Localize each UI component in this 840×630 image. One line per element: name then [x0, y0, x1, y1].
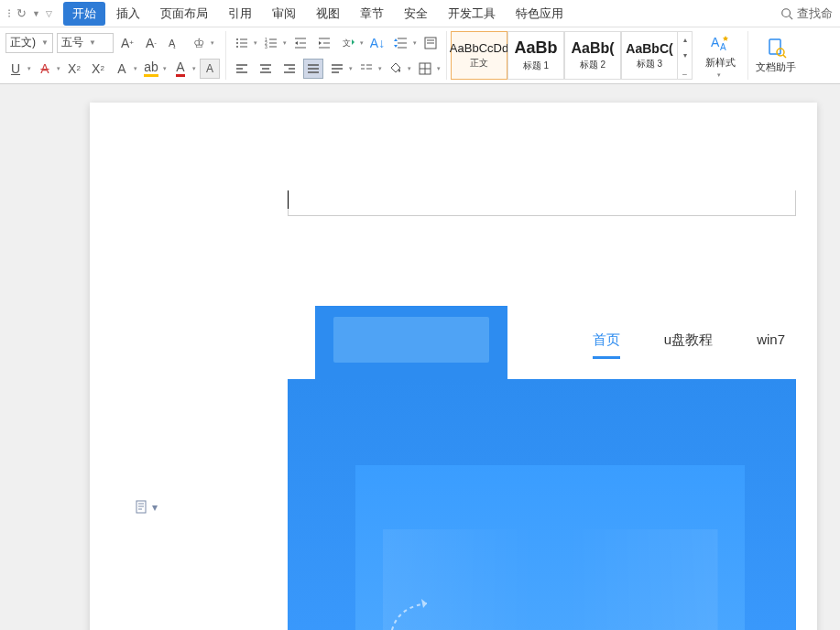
tab-review[interactable]: 审阅: [263, 2, 305, 26]
new-style-button[interactable]: AA 新样式 ▾: [698, 32, 742, 79]
tab-insert[interactable]: 插入: [107, 2, 149, 26]
style-preview: AaBbC(: [626, 41, 672, 56]
distribute-icon[interactable]: [327, 59, 347, 79]
style-heading2[interactable]: AaBb( 标题 2: [564, 31, 621, 80]
bullets-icon[interactable]: [232, 33, 252, 53]
chevron-down-icon: ▾: [152, 501, 158, 514]
superscript-icon[interactable]: X2: [64, 59, 84, 79]
document-page[interactable]: 首页 u盘教程 win7 点击这里播放哦！ 0:00: [90, 103, 817, 630]
chevron-down-icon[interactable]: ▾: [360, 39, 364, 47]
style-normal[interactable]: AaBbCcDd 正文: [451, 31, 507, 80]
borders-icon[interactable]: [415, 59, 435, 79]
webpage-tab-usb[interactable]: u盘教程: [664, 331, 713, 359]
webpage-tab-home[interactable]: 首页: [593, 331, 620, 359]
font-color-icon[interactable]: A: [170, 59, 191, 79]
video-player[interactable]: 点击这里播放哦！ 0:00: [355, 465, 745, 630]
webpage-logo[interactable]: [315, 306, 507, 379]
chevron-down-icon[interactable]: ▾: [27, 65, 31, 72]
strikethrough-icon[interactable]: A: [35, 59, 55, 79]
ribbon: 正文)▼ 五号▼ A+ A- Ą ♔▾ U▾ A▾ X2 X2 A▾ ab▾ A…: [0, 27, 840, 84]
svg-line-1: [790, 16, 793, 19]
align-center-icon[interactable]: [256, 59, 276, 79]
chevron-down-icon[interactable]: ▾: [134, 65, 137, 72]
numbering-icon[interactable]: 123: [261, 33, 281, 53]
chevron-down-icon: ▼: [89, 38, 96, 47]
svg-text:A: A: [711, 35, 720, 49]
chevron-down-icon[interactable]: ▾: [163, 65, 167, 72]
chevron-down-icon: ▾: [717, 71, 721, 79]
phonetic-guide-icon[interactable]: ♔: [189, 33, 209, 53]
chevron-down-icon[interactable]: ▾: [408, 65, 411, 72]
chevron-down-icon[interactable]: ▾: [437, 65, 441, 72]
font-name-combo[interactable]: 正文)▼: [5, 33, 53, 53]
search-label: 查找命: [797, 5, 833, 22]
font-size-combo[interactable]: 五号▼: [57, 33, 114, 53]
styles-more[interactable]: ▴ ▾ ⎯: [678, 31, 693, 80]
svg-marker-20: [319, 41, 322, 45]
underline-icon[interactable]: U: [5, 59, 26, 79]
decrease-indent-icon[interactable]: [290, 33, 311, 53]
svg-rect-57: [769, 39, 780, 54]
tab-references[interactable]: 引用: [219, 2, 261, 26]
overflow-icon[interactable]: ▽: [46, 9, 52, 18]
tab-settings-icon[interactable]: [356, 59, 376, 79]
align-right-icon[interactable]: [279, 59, 300, 79]
document-area: 首页 u盘教程 win7 点击这里播放哦！ 0:00: [0, 84, 840, 630]
doc-helper-group: 文档助手: [748, 31, 803, 80]
style-heading3[interactable]: AaBbC( 标题 3: [621, 31, 678, 80]
webpage-tab-win7[interactable]: win7: [757, 331, 785, 359]
chevron-down-icon[interactable]: ▾: [349, 65, 353, 72]
chevron-down-icon: ▼: [41, 38, 49, 47]
quick-access-toolbar: ⁝ ↻ ▼ ▽: [7, 6, 52, 20]
styles-gallery: AaBbCcDd 正文 AaBb 标题 1 AaBb( 标题 2 AaBbC( …: [451, 31, 693, 80]
svg-text:3: 3: [265, 44, 267, 49]
highlight-color-icon[interactable]: ab: [141, 59, 161, 79]
webpage-nav: 首页 u盘教程 win7: [288, 306, 796, 379]
redo-icon[interactable]: ↻: [16, 6, 27, 20]
chevron-down-icon[interactable]: ▼: [32, 9, 40, 18]
character-shading-icon[interactable]: A: [200, 59, 220, 79]
svg-point-0: [782, 8, 791, 16]
tab-developer[interactable]: 开发工具: [439, 2, 505, 26]
align-left-icon[interactable]: [232, 59, 252, 79]
change-case-icon[interactable]: A: [112, 59, 132, 79]
increase-indent-icon[interactable]: [314, 33, 334, 53]
chevron-down-icon[interactable]: ▾: [378, 65, 382, 72]
svg-text:A: A: [720, 42, 726, 52]
svg-marker-24: [352, 39, 355, 45]
increase-font-icon[interactable]: A+: [117, 33, 137, 53]
align-justify-icon[interactable]: [303, 59, 323, 79]
decrease-font-icon[interactable]: A-: [141, 33, 161, 53]
style-label: 标题 3: [637, 58, 662, 71]
tab-sections[interactable]: 章节: [351, 2, 393, 26]
line-spacing-icon[interactable]: [391, 33, 411, 53]
style-label: 正文: [470, 57, 488, 70]
chevron-down-icon[interactable]: ▾: [254, 39, 257, 47]
dashed-arrow-icon: [381, 590, 445, 630]
paragraph-layout-icon[interactable]: [420, 33, 441, 53]
style-heading1[interactable]: AaBb 标题 1: [507, 31, 564, 80]
tab-special[interactable]: 特色应用: [507, 2, 573, 26]
new-style-label: 新样式: [705, 56, 736, 70]
sort-icon[interactable]: A↓: [367, 33, 387, 53]
style-label: 标题 2: [580, 59, 605, 71]
tab-security[interactable]: 安全: [395, 2, 437, 26]
chevron-down-icon[interactable]: ▾: [57, 65, 60, 72]
tab-page-layout[interactable]: 页面布局: [151, 2, 217, 26]
tab-start[interactable]: 开始: [63, 2, 105, 26]
style-preview: AaBbCcDd: [450, 41, 508, 55]
chevron-down-icon[interactable]: ▾: [211, 39, 214, 47]
shading-icon[interactable]: [386, 59, 406, 79]
chevron-down-icon[interactable]: ▾: [283, 39, 287, 47]
paragraph-indicator[interactable]: ▾: [136, 500, 158, 515]
subscript-icon[interactable]: X2: [88, 59, 108, 79]
chevron-down-icon[interactable]: ▾: [192, 65, 196, 72]
paragraph-group: ▾ 123▾ 文▾ A↓ ▾ ▾ ▾ ▾ ▾: [226, 31, 447, 80]
doc-helper-button[interactable]: 文档助手: [754, 37, 798, 74]
search-command[interactable]: 查找命: [780, 5, 833, 22]
clear-formatting-icon[interactable]: Ą: [165, 33, 185, 53]
svg-point-5: [236, 42, 238, 44]
tab-view[interactable]: 视图: [307, 2, 349, 26]
chevron-down-icon[interactable]: ▾: [413, 39, 417, 47]
text-direction-icon[interactable]: 文: [338, 33, 358, 53]
